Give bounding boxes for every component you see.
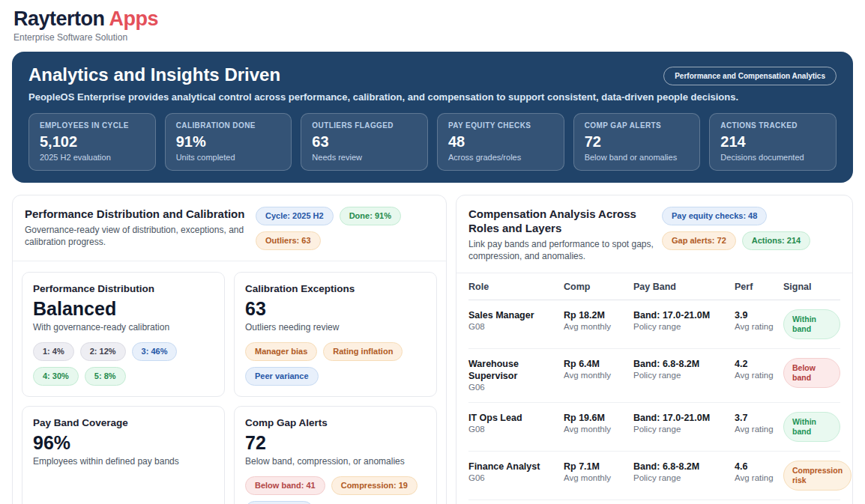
metric-card-chips: Manager bias Rating inflation Peer varia… [245, 342, 426, 386]
stat-value: 63 [312, 133, 417, 151]
stat-sublabel: Below band or anomalies [585, 152, 690, 163]
table-column-header: Pay Band [633, 282, 735, 292]
perf-sublabel: Avg rating [735, 424, 783, 435]
signal-cell: Within band [783, 412, 840, 442]
payband-cell: Band: 6.8-8.2M Policy range [633, 461, 735, 484]
compensation-panel-header: Compensation Analysis Across Roles and L… [456, 195, 852, 273]
payband-cell: Band: 6.8-8.2M Policy range [633, 358, 735, 381]
metric-chip: 5: 8% [85, 367, 126, 386]
role-cell: Sales Manager G08 [468, 309, 564, 333]
metric-card-title: Comp Gap Alerts [245, 417, 426, 428]
role-name: IT Ops Lead [468, 412, 564, 424]
stat-value: 48 [448, 133, 553, 151]
comp-sublabel: Avg monthly [564, 473, 633, 484]
metric-card-chips: 1: 4% 2: 12% 3: 46% 4: 30% 5: 8% [33, 342, 214, 386]
payband-value: Band: 17.0-21.0M [633, 412, 735, 424]
stat-label: ACTIONS TRACKED [720, 121, 825, 130]
role-name: Warehouse Supervisor [468, 358, 564, 382]
stat-value: 5,102 [40, 133, 145, 151]
signal-badge: Compression risk [783, 461, 852, 491]
stat-card: OUTLIERS FLAGGED 63 Needs review [301, 113, 428, 171]
signal-cell: Within band [783, 309, 840, 339]
table-row: Sales Manager G08 Rp 18.2M Avg monthly B… [468, 300, 840, 349]
comp-sublabel: Avg monthly [564, 370, 633, 381]
stat-label: CALIBRATION DONE [176, 121, 281, 130]
perf-cell: 3.7 Avg rating [735, 412, 783, 435]
table-column-header: Comp [564, 282, 633, 292]
performance-panel-title: Performance Distribution and Calibration [25, 207, 248, 221]
signal-badge: Within band [783, 309, 840, 339]
metric-chip: Compression: 19 [331, 476, 418, 495]
payband-value: Band: 6.8-8.2M [633, 461, 735, 473]
metric-card-value: 63 [245, 297, 426, 320]
perf-cell: 4.6 Avg rating [735, 461, 783, 484]
brand-accent: Apps [109, 7, 159, 30]
perf-cell: 4.2 Avg rating [735, 358, 783, 381]
table-row: Finance Analyst G06 Rp 7.1M Avg monthly … [468, 452, 840, 500]
metric-chip: 2: 12% [80, 342, 126, 361]
role-cell: IT Ops Lead G08 [468, 412, 564, 435]
perf-value: 3.9 [735, 309, 783, 321]
payband-sublabel: Policy range [633, 473, 735, 484]
status-chip: Pay equity checks: 48 [662, 207, 767, 225]
stat-sublabel: Decisions documented [720, 152, 825, 163]
compensation-table: Role Comp Pay Band Perf Signal Sales Man… [456, 273, 852, 504]
stat-sublabel: Needs review [312, 152, 417, 163]
comp-sublabel: Avg monthly [564, 321, 633, 333]
performance-panel-description: Governance-ready view of distribution, e… [25, 224, 248, 248]
main-content: Performance Distribution and Calibration… [12, 195, 853, 504]
hero-stats-row: EMPLOYEES IN CYCLE 5,102 2025 H2 evaluat… [28, 113, 837, 171]
app-header: Rayterton Apps Enterprise Software Solut… [0, 0, 865, 49]
metric-card-title: Pay Band Coverage [33, 417, 214, 428]
metric-card-value: 96% [33, 431, 214, 454]
perf-sublabel: Avg rating [735, 321, 783, 333]
brand-tagline: Enterprise Software Solution [13, 32, 852, 43]
metric-card: Performance Distribution Balanced With g… [22, 272, 225, 397]
role-name: Finance Analyst [468, 461, 564, 473]
role-grade: G06 [468, 382, 564, 393]
metric-card-title: Performance Distribution [33, 283, 214, 294]
stat-value: 214 [720, 133, 825, 151]
perf-value: 3.7 [735, 412, 783, 424]
comp-value: Rp 19.6M [564, 412, 633, 424]
brand-name: Rayterton [13, 7, 105, 30]
signal-badge: Within band [783, 412, 840, 442]
payband-value: Band: 6.8-8.2M [633, 358, 735, 370]
metric-card-description: Outliers needing review [245, 322, 426, 333]
status-chip: Done: 91% [340, 207, 401, 225]
metric-chip: 3: 46% [132, 342, 178, 361]
payband-sublabel: Policy range [633, 321, 735, 333]
stat-card: CALIBRATION DONE 91% Units completed [165, 113, 292, 171]
performance-panel-chips: Cycle: 2025 H2 Done: 91% Outliers: 63 [256, 207, 434, 250]
perf-sublabel: Avg rating [735, 370, 783, 381]
hero-category-badge: Performance and Compensation Analytics [663, 67, 837, 85]
metric-card-description: With governance-ready calibration [33, 322, 214, 333]
comp-cell: Rp 19.6M Avg monthly [564, 412, 633, 435]
table-header-row: Role Comp Pay Band Perf Signal [468, 273, 840, 300]
metric-card-description: Employees within defined pay bands [33, 456, 214, 467]
stat-sublabel: Across grades/roles [448, 152, 553, 163]
metric-card: Calibration Exceptions 63 Outliers needi… [234, 272, 437, 397]
comp-cell: Rp 18.2M Avg monthly [564, 309, 633, 333]
payband-sublabel: Policy range [633, 370, 735, 381]
comp-cell: Rp 6.4M Avg monthly [564, 358, 633, 381]
payband-cell: Band: 17.0-21.0M Policy range [633, 309, 735, 333]
stat-label: OUTLIERS FLAGGED [312, 121, 417, 130]
compensation-panel-description: Link pay bands and performance to spot g… [468, 238, 654, 262]
stat-value: 72 [585, 133, 690, 151]
comp-value: Rp 6.4M [564, 358, 633, 370]
table-row: Customer Service Lead G05 Rp 5.4M Avg mo… [468, 500, 840, 504]
metric-chip: Rating inflation [323, 342, 403, 361]
stat-card: EMPLOYEES IN CYCLE 5,102 2025 H2 evaluat… [28, 113, 156, 171]
perf-value: 4.2 [735, 358, 783, 370]
hero-description: PeopleOS Enterprise provides analytical … [28, 91, 837, 104]
role-grade: G08 [468, 424, 564, 435]
perf-sublabel: Avg rating [735, 473, 783, 484]
metric-chip: Manager bias [245, 342, 317, 361]
perf-cell: 3.9 Avg rating [735, 309, 783, 333]
table-row: IT Ops Lead G08 Rp 19.6M Avg monthly Ban… [468, 403, 840, 452]
metric-chip: 1: 4% [33, 342, 74, 361]
signal-cell: Below band [783, 358, 840, 388]
hero-title: Analytics and Insights Driven [28, 64, 280, 86]
metric-chip: Below band: 41 [245, 476, 325, 495]
